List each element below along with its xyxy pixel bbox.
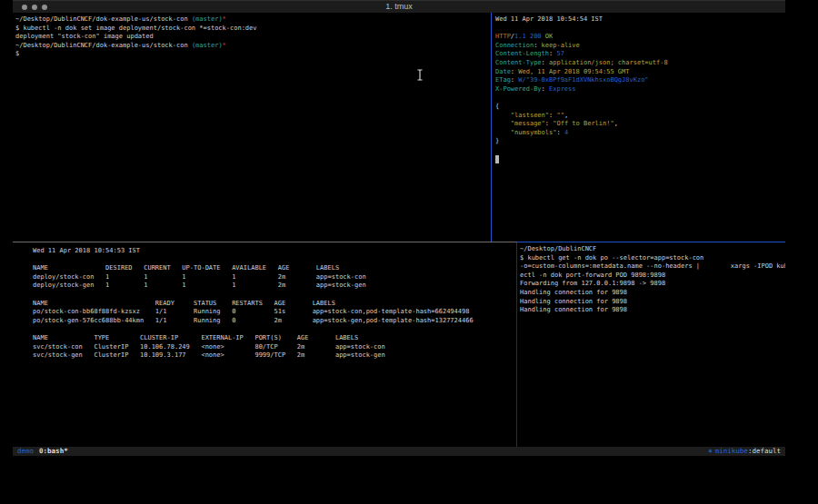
titlebar[interactable]: 1. tmux: [13, 0, 785, 13]
terminal-line: svc/stock-con ClusterIP 10.106.78.249 <n…: [33, 343, 516, 352]
mouse-cursor: [416, 69, 424, 81]
terminal-line: {: [495, 103, 785, 112]
terminal-line: Connection: keep-alive: [495, 42, 785, 51]
terminal-line: NAME READY STATUS RESTARTS AGE LABELS: [33, 300, 516, 309]
terminal-line: $ kubectl get -n dok po --selector=app=s…: [520, 254, 785, 263]
terminal-line: [495, 94, 785, 103]
terminal-line: }: [495, 137, 785, 146]
terminal-line: Forwarding from 127.0.0.1:9898 -> 9898: [520, 280, 785, 289]
kubernetes-helm-icon: ⎈: [708, 447, 713, 456]
terminal-line: NAME TYPE CLUSTER-IP EXTERNAL-IP PORT(S)…: [33, 334, 516, 343]
terminal-line: Handling connection for 9898: [520, 298, 785, 307]
terminal-line: $: [15, 50, 491, 59]
terminal-line: deployment "stock-con" image updated: [15, 33, 491, 42]
terminal-line: ~/Desktop/DublinCNCF/dok-example-us/stoc…: [15, 15, 491, 25]
terminal-line: [495, 155, 785, 164]
pane-bottom-right[interactable]: ~/Desktop/DublinCNCF$ kubectl get -n dok…: [517, 242, 785, 447]
terminal-line: "lastseen": "",: [495, 112, 785, 121]
status-right: ⎈ minikube :default: [708, 447, 781, 456]
terminal-line: Wed 11 Apr 2018 10:54:54 IST: [495, 15, 785, 25]
pane-border-vertical-top[interactable]: [491, 13, 492, 242]
terminal-line: $ kubectl -n dok set image deployment/st…: [15, 25, 491, 34]
terminal-line: [33, 291, 516, 300]
terminal-line: ETag: W/"39-0xBPf9aF1dXVNkhsxoBQgJ8vKzo": [495, 76, 785, 85]
terminal-line: [33, 325, 516, 334]
pane-border-horizontal-right[interactable]: [517, 242, 785, 242]
terminal-line: "numsymbols": 4: [495, 129, 785, 138]
terminal-line: ectl -n dok port-forward POD 9898:9898: [520, 272, 785, 281]
pane-border-horizontal-left[interactable]: [13, 242, 517, 242]
kube-namespace: :default: [748, 447, 781, 456]
window-title: 1. tmux: [13, 2, 785, 11]
terminal-line: Content-Length: 57: [495, 50, 785, 59]
terminal-line: deploy/stock-con 1 1 1 1 2m app=stock-co…: [33, 273, 516, 282]
terminal-line: HTTP/1.1 200 OK: [495, 33, 785, 42]
terminal-line: Handling connection for 9898: [520, 306, 785, 315]
terminal-line: NAME DESIRED CURRENT UP-TO-DATE AVAILABL…: [33, 264, 516, 273]
session-name: demo: [17, 447, 34, 456]
terminal-line: ~/Desktop/DublinCNCF: [520, 245, 785, 254]
pane-border-vertical-bottom[interactable]: [516, 242, 517, 447]
terminal-window: 1. tmux ~/Desktop/DublinCNCF/dok-example…: [13, 0, 785, 467]
terminal-line: Wed 11 Apr 2018 10:54:53 IST: [33, 247, 516, 256]
terminal-line: Handling connection for 9898: [520, 289, 785, 298]
pane-bottom-left[interactable]: Wed 11 Apr 2018 10:54:53 IST NAME DESIRE…: [13, 242, 516, 447]
terminal-line: svc/stock-gen ClusterIP 10.109.3.177 <no…: [33, 351, 516, 361]
terminal-line: ~/Desktop/DublinCNCF/dok-example-us/stoc…: [15, 42, 491, 51]
pane-top-right[interactable]: Wed 11 Apr 2018 10:54:54 IST HTTP/1.1 20…: [492, 13, 785, 242]
terminal-line: Date: Wed, 11 Apr 2018 09:54:55 GMT: [495, 68, 785, 77]
terminal-line: Content-Type: application/json; charset=…: [495, 59, 785, 68]
window-label[interactable]: 0:bash*: [39, 447, 68, 456]
terminal-line: [495, 146, 785, 155]
pane-top-left[interactable]: ~/Desktop/DublinCNCF/dok-example-us/stoc…: [13, 13, 491, 242]
terminal-line: po/stock-gen-576cc688bb-44kmn 1/1 Runnin…: [33, 317, 516, 326]
terminal-line: X-Powered-By: Express: [495, 85, 785, 94]
terminal-line: [495, 25, 785, 34]
kube-context: minikube: [715, 447, 748, 456]
terminal-line: "message": "Off to Berlin!",: [495, 120, 785, 129]
tmux-session: ~/Desktop/DublinCNCF/dok-example-us/stoc…: [13, 13, 785, 447]
terminal-line: [33, 256, 516, 265]
terminal-line: -o=custom-columns=:metadata.name --no-he…: [520, 262, 785, 272]
terminal-line: deploy/stock-gen 1 1 1 1 2m app=stock-ge…: [33, 282, 516, 291]
tmux-status-bar: demo 0:bash* ⎈ minikube :default: [13, 447, 785, 456]
terminal-line: po/stock-con-bb68f88fd-kzsxz 1/1 Running…: [33, 308, 516, 317]
terminal-cursor: [495, 155, 499, 164]
desktop-background: 1. tmux ~/Desktop/DublinCNCF/dok-example…: [0, 0, 818, 504]
